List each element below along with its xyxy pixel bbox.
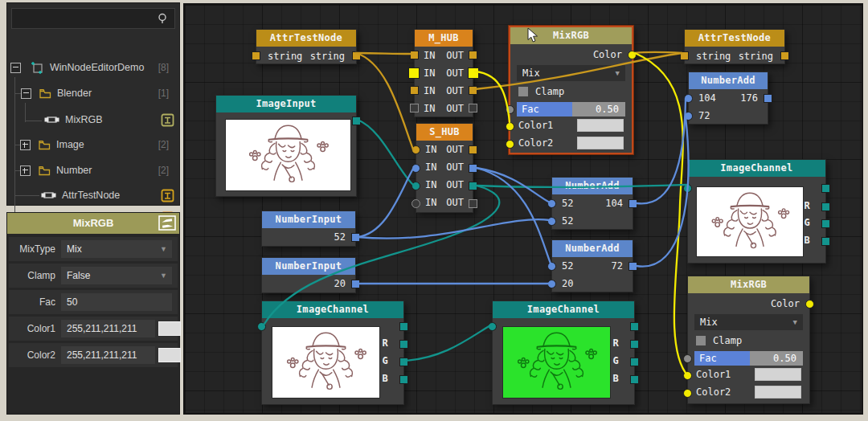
- socket-out[interactable]: [628, 262, 637, 271]
- socket-out-image[interactable]: [399, 322, 408, 331]
- socket-in-2[interactable]: [684, 112, 693, 121]
- socket-in-2[interactable]: [547, 280, 556, 288]
- collapse-icon[interactable]: [10, 63, 21, 73]
- color1-input[interactable]: 255,211,211,211: [61, 320, 155, 337]
- color1-swatch[interactable]: [755, 368, 801, 381]
- color2-swatch[interactable]: [577, 137, 624, 149]
- node-header[interactable]: S_HUB: [416, 124, 473, 141]
- socket-in-4[interactable]: [411, 199, 420, 208]
- fac-slider[interactable]: Fac 0.50: [694, 351, 803, 366]
- socket-out-image[interactable]: [630, 322, 639, 331]
- node-type-badge[interactable]: [161, 189, 174, 202]
- socket-in-3[interactable]: [410, 86, 419, 95]
- socket-out[interactable]: [764, 94, 772, 103]
- tree-item-attrtestnode[interactable]: AttrTestNode: [7, 184, 179, 206]
- node-m-hub[interactable]: M_HUB INOUT INOUT INOUT INOUT: [414, 29, 473, 117]
- node-header[interactable]: ImageInput: [216, 96, 356, 112]
- socket-out[interactable]: [628, 199, 637, 208]
- node-header[interactable]: ImageChannel: [262, 301, 403, 318]
- node-mixrgb-1[interactable]: MixRGB Color Mix ▼ Clamp Fac 0.50 Color1…: [509, 26, 633, 154]
- socket-out-g[interactable]: [399, 358, 408, 366]
- node-header[interactable]: NumberAdd: [552, 178, 633, 194]
- node-numberinput-1[interactable]: NumberInput 52: [261, 210, 356, 247]
- node-header[interactable]: ImageChannel: [688, 160, 825, 177]
- socket-in-1[interactable]: [547, 199, 556, 208]
- node-numberinput-2[interactable]: NumberInput 20: [261, 257, 356, 293]
- tree-item-mixrgb[interactable]: MixRGB: [7, 108, 179, 131]
- node-type-badge[interactable]: [161, 113, 174, 127]
- fac-input[interactable]: 50: [61, 293, 172, 311]
- clamp-checkbox[interactable]: [696, 336, 706, 345]
- node-header[interactable]: NumberAdd: [689, 72, 768, 89]
- node-header[interactable]: M_HUB: [415, 30, 473, 47]
- socket-out-b[interactable]: [630, 375, 639, 384]
- socket-out-g[interactable]: [630, 358, 639, 366]
- node-header[interactable]: MixRGB: [688, 276, 809, 293]
- socket-out-r[interactable]: [821, 202, 830, 211]
- socket-in-fac[interactable]: [683, 354, 692, 363]
- tree-item-number[interactable]: Number [2]: [7, 159, 179, 182]
- node-header[interactable]: NumberAdd: [552, 240, 633, 257]
- socket-in-2[interactable]: [408, 67, 420, 79]
- socket-out-b[interactable]: [399, 375, 408, 384]
- socket-in-fac[interactable]: [506, 105, 514, 114]
- color2-input[interactable]: 255,211,211,211: [61, 346, 155, 364]
- number-value[interactable]: 52: [334, 228, 346, 246]
- socket-out-g[interactable]: [821, 219, 830, 228]
- socket-in-color1[interactable]: [506, 122, 514, 131]
- tree-item-winnodeeditordemo[interactable]: WinNodeEditorDemo [8]: [7, 56, 179, 79]
- socket-in-color2[interactable]: [683, 389, 692, 398]
- socket-out-4[interactable]: [469, 104, 477, 112]
- color1-swatch[interactable]: [158, 321, 181, 336]
- search-input[interactable]: [15, 10, 154, 27]
- node-canvas[interactable]: AttrTestNode string string M_HUB INOUT I…: [183, 3, 863, 415]
- node-imagechannel-2[interactable]: ImageChannel R G B: [492, 300, 635, 405]
- socket-out-1[interactable]: [469, 145, 477, 154]
- socket-out-color[interactable]: [805, 300, 814, 309]
- mixtype-dropdown[interactable]: Mix ▼: [61, 240, 172, 258]
- socket-out-2[interactable]: [468, 67, 479, 79]
- socket-in-4[interactable]: [410, 104, 419, 112]
- node-attrtestnode-2[interactable]: AttrTestNode string string: [684, 29, 785, 64]
- socket-in-2[interactable]: [547, 217, 556, 226]
- color2-swatch[interactable]: [158, 348, 181, 362]
- expand-icon[interactable]: [20, 166, 31, 176]
- socket-in-string[interactable]: [680, 51, 689, 60]
- socket-in-1[interactable]: [547, 262, 556, 271]
- socket-out-r[interactable]: [399, 340, 408, 349]
- socket-out-3[interactable]: [469, 182, 477, 190]
- socket-out-image[interactable]: [821, 184, 830, 193]
- node-numberadd-1[interactable]: NumberAdd 104 176 72: [688, 72, 768, 125]
- number-value[interactable]: 20: [334, 275, 346, 292]
- fac-slider[interactable]: Fac 0.50: [517, 102, 625, 116]
- socket-out-string[interactable]: [352, 51, 361, 60]
- socket-out[interactable]: [351, 280, 360, 288]
- socket-out-color[interactable]: [628, 51, 637, 59]
- collapse-icon[interactable]: [21, 88, 31, 99]
- node-imageinput[interactable]: ImageInput: [215, 95, 357, 197]
- node-header[interactable]: NumberInput: [262, 258, 355, 275]
- socket-in-string[interactable]: [252, 51, 260, 60]
- node-numberadd-2[interactable]: NumberAdd 52 104 52: [551, 177, 633, 230]
- socket-out-1[interactable]: [469, 51, 477, 59]
- socket-out-3[interactable]: [469, 86, 477, 95]
- socket-out-4[interactable]: [469, 199, 477, 208]
- color2-swatch[interactable]: [755, 386, 801, 399]
- socket-out-r[interactable]: [630, 340, 639, 349]
- swap-icon[interactable]: [158, 215, 176, 231]
- clamp-dropdown[interactable]: False ▼: [61, 267, 172, 284]
- socket-in-1[interactable]: [411, 145, 420, 154]
- socket-in-2[interactable]: [411, 164, 420, 173]
- socket-out-2[interactable]: [469, 164, 477, 173]
- socket-in-3[interactable]: [411, 182, 420, 190]
- socket-in-1[interactable]: [410, 51, 419, 59]
- tree-item-blender[interactable]: Blender [1]: [7, 82, 179, 104]
- socket-in-color1[interactable]: [683, 371, 692, 380]
- socket-out-string[interactable]: [780, 51, 789, 60]
- socket-out[interactable]: [351, 233, 360, 242]
- socket-out-image[interactable]: [352, 116, 361, 125]
- node-header[interactable]: AttrTestNode: [256, 30, 356, 47]
- node-attrtestnode-1[interactable]: AttrTestNode string string: [256, 29, 357, 64]
- socket-in-1[interactable]: [684, 94, 693, 103]
- node-header[interactable]: ImageChannel: [493, 301, 634, 318]
